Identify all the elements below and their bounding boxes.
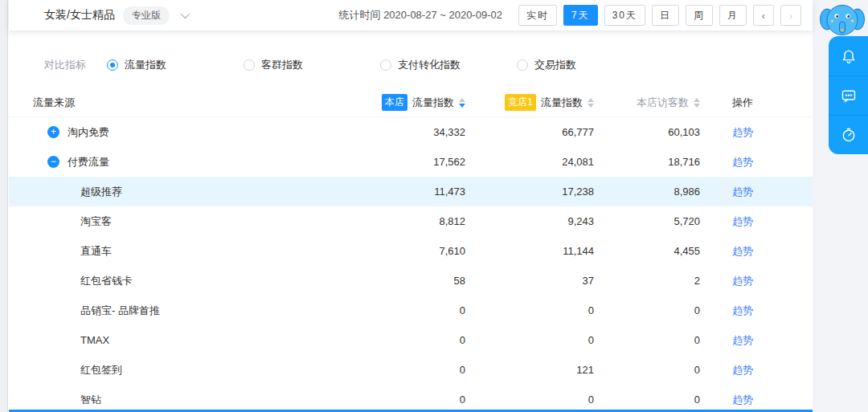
sort-icon[interactable] <box>694 98 700 108</box>
radio-label: 客群指数 <box>261 58 303 72</box>
category-title: 女装/女士精品 <box>44 8 115 22</box>
source-name: 品销宝- 品牌首推 <box>80 304 160 318</box>
date-range-button[interactable]: 7天 <box>563 5 598 26</box>
trend-link[interactable]: 趋势 <box>732 304 753 316</box>
own-index-label: 流量指数 <box>412 96 454 110</box>
trend-link[interactable]: 趋势 <box>732 364 753 376</box>
rival-index-value: 66,777 <box>465 126 594 138</box>
own-store-badge: 本店 <box>382 94 407 111</box>
metric-radio-option[interactable]: 交易指数 <box>517 58 607 72</box>
trend-link[interactable]: 趋势 <box>732 186 753 198</box>
pro-version-badge: 专业版 <box>123 6 170 25</box>
right-sidebar-area <box>813 0 868 412</box>
own-index-value: 0 <box>369 304 465 316</box>
trend-link[interactable]: 趋势 <box>732 394 753 406</box>
rival-index-value: 121 <box>465 364 594 376</box>
visitors-value: 60,103 <box>594 126 700 138</box>
chat-icon <box>841 88 857 104</box>
visitors-value: 2 <box>594 275 700 287</box>
visitors-value: 5,720 <box>594 215 700 227</box>
radio-icon <box>517 59 528 71</box>
column-own-index: 本店 流量指数 <box>369 94 465 111</box>
own-index-value: 11,473 <box>369 186 465 198</box>
table-row: TMAX 0 0 0 趋势 <box>9 325 813 355</box>
rival-store-badge: 竞店1 <box>505 94 536 111</box>
radio-label: 支付转化指数 <box>398 58 461 72</box>
visitors-value: 0 <box>594 304 700 316</box>
traffic-compare-panel: 对比指标 流量指数 客群指数 支付转化指数 交易指数 流量来源 <box>9 31 813 412</box>
source-name: 淘内免费 <box>68 125 109 140</box>
trend-link[interactable]: 趋势 <box>732 156 753 168</box>
date-range-button[interactable]: 实时 <box>518 5 557 26</box>
trend-link[interactable]: 趋势 <box>732 275 753 287</box>
message-chat-button[interactable] <box>829 75 868 115</box>
rival-index-value: 0 <box>465 394 594 406</box>
table-row: 智钻 0 0 0 趋势 <box>9 385 813 412</box>
metric-radio-option[interactable]: 支付转化指数 <box>380 58 470 72</box>
rival-index-label: 流量指数 <box>541 96 583 110</box>
metric-radio-option[interactable]: 流量指数 <box>107 58 197 72</box>
visitors-value: 0 <box>594 364 700 376</box>
action-cell: 趋势 <box>700 393 813 407</box>
history-timer-button[interactable] <box>829 115 868 154</box>
source-name-cell: 红包签到 <box>9 363 369 377</box>
action-cell: 趋势 <box>700 304 813 318</box>
table-row: 红包签到 0 121 0 趋势 <box>9 355 813 385</box>
date-range-button[interactable]: 日 <box>652 5 679 26</box>
mascot-elephant-icon[interactable] <box>820 1 865 38</box>
next-period-button[interactable]: › <box>780 5 801 26</box>
table-row: 超级推荐 11,473 17,238 8,986 趋势 <box>9 177 813 206</box>
action-cell: 趋势 <box>700 274 813 288</box>
radio-label: 交易指数 <box>534 58 576 72</box>
table-row: 直通车 7,610 11,144 4,455 趋势 <box>9 236 813 266</box>
action-cell: 趋势 <box>700 155 813 169</box>
expand-toggle-icon[interactable] <box>47 126 59 138</box>
sort-icon[interactable] <box>459 98 465 108</box>
column-visitors: 本店访客数 <box>594 96 700 110</box>
stat-time-label: 统计时间 <box>339 9 381 21</box>
source-name-cell: 品销宝- 品牌首推 <box>9 304 369 318</box>
sort-icon[interactable] <box>588 98 594 108</box>
radio-icon <box>244 59 255 71</box>
own-index-value: 7,610 <box>369 245 465 257</box>
source-name-cell: 直通车 <box>9 244 369 259</box>
source-name: 红包省钱卡 <box>80 274 133 288</box>
visitors-value: 0 <box>594 334 700 346</box>
visitors-value: 0 <box>594 394 700 406</box>
trend-link[interactable]: 趋势 <box>732 126 753 138</box>
date-range-button[interactable]: 月 <box>719 5 747 26</box>
expand-toggle-icon[interactable] <box>47 156 59 168</box>
source-name: 红包签到 <box>80 363 122 377</box>
trend-link[interactable]: 趋势 <box>732 215 753 227</box>
chevron-down-icon[interactable] <box>181 10 190 18</box>
metric-radio-option[interactable]: 客群指数 <box>244 58 334 72</box>
rival-index-value: 9,243 <box>465 215 594 227</box>
visitors-value: 8,986 <box>594 186 700 198</box>
table-header-row: 流量来源 本店 流量指数 竞店1 流量指数 本店访客数 操作 <box>9 88 813 117</box>
radio-icon <box>380 59 391 71</box>
source-name: TMAX <box>80 334 109 346</box>
prev-period-button[interactable]: ‹ <box>753 5 774 26</box>
source-name-cell: TMAX <box>9 334 369 346</box>
visitors-value: 18,716 <box>594 156 700 168</box>
notification-bell-button[interactable] <box>829 36 868 75</box>
source-name-cell: 淘内免费 <box>9 125 369 140</box>
visitors-label: 本店访客数 <box>637 96 689 110</box>
source-name-cell: 淘宝客 <box>9 214 369 229</box>
action-cell: 趋势 <box>700 125 813 140</box>
table-row: 红包省钱卡 58 37 2 趋势 <box>9 266 813 296</box>
table-row: 淘宝客 8,812 9,243 5,720 趋势 <box>9 206 813 236</box>
action-cell: 趋势 <box>700 185 813 199</box>
source-name-cell: 付费流量 <box>9 155 369 169</box>
source-name-cell: 红包省钱卡 <box>9 274 369 288</box>
rival-index-value: 0 <box>465 304 594 316</box>
page-left-gutter <box>0 0 8 412</box>
date-range-button[interactable]: 周 <box>686 5 713 26</box>
source-name-cell: 超级推荐 <box>9 185 369 199</box>
trend-link[interactable]: 趋势 <box>732 334 753 346</box>
stat-time: 统计时间 2020-08-27 ~ 2020-09-02 <box>339 8 502 22</box>
own-index-value: 0 <box>369 334 465 346</box>
radio-icon <box>107 59 118 71</box>
date-range-button[interactable]: 30天 <box>604 5 645 26</box>
trend-link[interactable]: 趋势 <box>732 245 753 257</box>
